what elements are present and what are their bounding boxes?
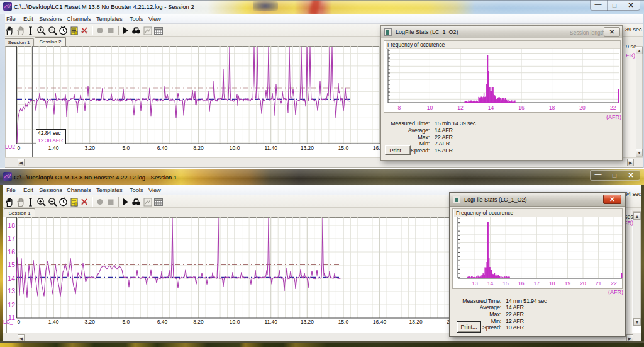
svg-text:15: 15 <box>8 261 15 268</box>
svg-text:15: 15 <box>502 280 509 287</box>
svg-text:18:20: 18:20 <box>409 319 423 325</box>
svg-text:1:40: 1:40 <box>48 319 59 325</box>
svg-text:14: 14 <box>488 105 494 111</box>
svg-text:14: 14 <box>487 280 494 287</box>
svg-text:22: 22 <box>611 280 617 287</box>
svg-text:18: 18 <box>8 222 15 229</box>
svg-text:17: 17 <box>8 234 15 242</box>
svg-text:13: 13 <box>8 287 15 295</box>
svg-text:19: 19 <box>565 280 571 287</box>
svg-text:10:0: 10:0 <box>230 319 240 325</box>
svg-text:17: 17 <box>534 280 540 287</box>
svg-text:0: 0 <box>18 319 21 325</box>
svg-text:3:20: 3:20 <box>84 319 95 325</box>
svg-text:12: 12 <box>457 105 464 111</box>
svg-text:10:0: 10:0 <box>230 145 240 151</box>
svg-text:16: 16 <box>518 280 525 287</box>
svg-text:8:20: 8:20 <box>193 319 204 325</box>
svg-text:22: 22 <box>610 105 616 111</box>
svg-text:6:40: 6:40 <box>157 145 168 151</box>
svg-text:10: 10 <box>427 105 433 111</box>
svg-text:18: 18 <box>549 105 555 111</box>
svg-text:LC_: LC_ <box>3 319 13 325</box>
svg-text:16:40: 16:40 <box>373 319 387 325</box>
svg-text:1:40: 1:40 <box>48 145 59 151</box>
svg-text:15:0: 15:0 <box>338 319 349 325</box>
svg-text:5:0: 5:0 <box>122 319 130 325</box>
svg-text:13:20: 13:20 <box>301 319 314 325</box>
svg-text:5:0: 5:0 <box>122 145 130 151</box>
svg-text:11:40: 11:40 <box>264 319 277 325</box>
svg-text:LO2: LO2 <box>5 144 15 150</box>
svg-text:16: 16 <box>8 248 15 256</box>
svg-text:18: 18 <box>549 280 555 287</box>
svg-text:6:40: 6:40 <box>157 319 168 325</box>
svg-text:15:0: 15:0 <box>338 145 349 151</box>
svg-text:13:20: 13:20 <box>301 145 314 151</box>
svg-text:11:40: 11:40 <box>264 145 277 151</box>
svg-text:13: 13 <box>472 280 478 287</box>
svg-text:8: 8 <box>398 105 401 111</box>
svg-text:8:20: 8:20 <box>193 145 204 151</box>
svg-text:0: 0 <box>18 145 21 151</box>
svg-text:20: 20 <box>580 280 586 287</box>
svg-text:20: 20 <box>579 105 586 111</box>
svg-text:16: 16 <box>518 105 525 111</box>
svg-text:14: 14 <box>8 275 15 282</box>
svg-text:12: 12 <box>8 301 15 309</box>
svg-text:3:20: 3:20 <box>84 145 95 151</box>
svg-text:21: 21 <box>596 280 602 287</box>
